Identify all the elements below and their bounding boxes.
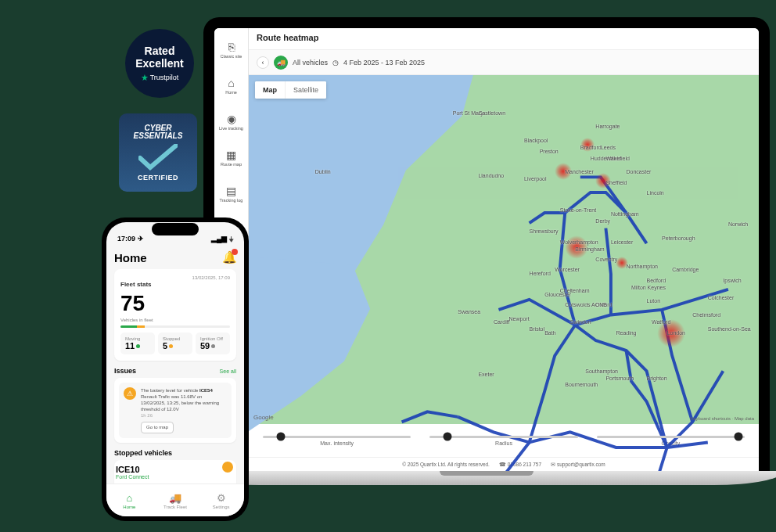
city-label: Leeds <box>601 145 616 150</box>
page-title: Route heatmap <box>249 28 759 50</box>
filter-vehicles[interactable]: All vehicles <box>293 59 328 66</box>
see-all-link[interactable]: See all <box>220 368 236 374</box>
sidebar-item-home[interactable]: ⌂Home <box>216 69 247 103</box>
city-label: Sheffield <box>605 180 627 185</box>
tab-home[interactable]: ⌂Home <box>106 484 153 516</box>
slider-track[interactable] <box>429 436 577 438</box>
fleet-progress <box>120 325 230 328</box>
laptop-bezel: ⎘Classic site⌂Home◉Live tracking▦Route m… <box>203 17 770 471</box>
city-label: Cardiff <box>494 319 510 325</box>
phone-tabbar: ⌂Home🚚Track Fleet⚙Settings <box>106 483 244 516</box>
app-main: Route heatmap ‹ 🚚 All vehicles ◷ 4 Feb 2… <box>249 28 759 471</box>
city-label: Nottingham <box>611 211 639 217</box>
chevron-left-icon[interactable]: ‹ <box>257 56 269 69</box>
issues-header: Issues See all <box>114 367 236 375</box>
filter-bar[interactable]: ‹ 🚚 All vehicles ◷ 4 Feb 2025 - 13 Feb 2… <box>249 50 759 75</box>
map-attribution: Keyboard shortcuts · Map data <box>690 416 754 421</box>
issues-title: Issues <box>114 367 136 375</box>
filter-dates[interactable]: 4 Feb 2025 - 13 Feb 2025 <box>343 59 425 66</box>
city-label: Bedford <box>647 278 666 283</box>
signal-icon: ▂▄▆ ⏚ <box>211 235 233 243</box>
city-label: Norwich <box>728 221 748 227</box>
battery-warning-icon: ⚠ <box>124 387 136 400</box>
city-label: Exeter <box>478 372 494 377</box>
fleet-stat-moving[interactable]: Moving11 <box>120 332 155 354</box>
map-tab-satellite[interactable]: Satellite <box>285 81 326 99</box>
city-label: Leicester <box>611 239 633 245</box>
stopped-vehicle-card[interactable]: ICE10 Ford Connect ⊘ 0.0 mph ⊙ Glenburn … <box>114 460 236 483</box>
map-tab-map[interactable]: Map <box>255 81 285 99</box>
city-label: Southampton <box>585 368 618 374</box>
laptop-base <box>189 471 776 485</box>
sidebar-item-route-map[interactable]: ▦Route map <box>216 141 247 175</box>
cyber-cert: CERTIFIED <box>138 174 178 182</box>
route-lines <box>249 75 759 471</box>
cyber-line2: ESSENTIALS <box>134 132 183 141</box>
clock-icon: ◷ <box>332 59 339 66</box>
slider-track[interactable] <box>263 436 411 438</box>
star-icon: ★ <box>141 73 149 83</box>
city-label: Dublin <box>315 169 331 174</box>
phone-content: Home 🔔 Fleet stats 13/02/2025, 17:09 75 … <box>106 244 244 483</box>
sidebar-item-tracking-log[interactable]: ▤Tracking log <box>216 177 247 211</box>
phone-time: 17:09 ✈ <box>117 235 144 243</box>
tab-settings[interactable]: ⚙Settings <box>198 484 244 516</box>
map-container[interactable]: DublinBlackpoolPrestonBradfordLeedsHudde… <box>249 75 759 424</box>
city-label: Ipswich <box>723 278 741 283</box>
city-label: Milton Keynes <box>631 285 666 290</box>
city-label: Wakefield <box>605 156 629 161</box>
city-label: Castletown <box>478 110 505 116</box>
city-label: Bournemouth <box>565 382 598 387</box>
city-label: Shrewsbury <box>530 228 559 234</box>
laptop-mockup: ⎘Classic site⌂Home◉Live tracking▦Route m… <box>203 17 770 501</box>
google-logo: Google <box>253 414 274 421</box>
city-label: Newport <box>509 316 530 322</box>
trustpilot-brand: ★ Trustpilot <box>141 73 179 83</box>
city-label: Colchester <box>708 295 734 300</box>
fleet-stat-row: Moving11Stopped5Ignition Off59 <box>120 332 230 354</box>
tab-track-fleet[interactable]: 🚚Track Fleet <box>153 484 199 516</box>
city-label: Cambridge <box>672 267 699 272</box>
slider-thumb[interactable] <box>444 433 452 441</box>
sidebar-item-classic-site[interactable]: ⎘Classic site <box>216 33 247 67</box>
city-label: Birmingham <box>575 246 604 252</box>
fleet-sub: Vehicles in fleet <box>120 318 230 322</box>
city-label: Portsmouth <box>605 376 634 381</box>
map-type-control: Map Satellite <box>255 81 326 99</box>
city-label: Swansea <box>458 309 480 315</box>
phone-page-title-row: Home 🔔 <box>114 250 236 264</box>
issue-card[interactable]: ⚠ The battery level for vehicle ICE54 Re… <box>114 378 236 443</box>
fleet-stat-stopped[interactable]: Stopped5 <box>158 332 192 354</box>
bell-icon[interactable]: 🔔 <box>222 250 236 264</box>
phone-screen: 17:09 ✈ ▂▄▆ ⏚ Home 🔔 Fleet stats 13/02/2… <box>106 222 244 516</box>
fleet-stat-ignition-off[interactable]: Ignition Off59 <box>196 332 230 354</box>
city-label: Northampton <box>626 264 657 269</box>
phone-notch <box>152 223 199 235</box>
tab-icon: ⚙ <box>217 492 226 504</box>
city-label: Bradford <box>580 145 602 150</box>
go-to-map-button[interactable]: Go to map <box>141 422 174 433</box>
truck-icon: 🚚 <box>274 56 288 70</box>
slider-thumb[interactable] <box>735 433 743 441</box>
tab-icon: 🚚 <box>169 492 181 504</box>
sidebar-item-live-tracking[interactable]: ◉Live tracking <box>216 105 247 139</box>
city-label: Hereford <box>530 271 551 276</box>
city-label: Cotswolds AONB <box>565 302 607 307</box>
fleet-stats-card[interactable]: Fleet stats 13/02/2025, 17:09 75 Vehicle… <box>114 269 236 361</box>
city-label: Worcester <box>555 267 580 272</box>
city-label: London <box>667 330 685 336</box>
slider-track[interactable] <box>597 436 745 438</box>
status-badge <box>222 462 233 473</box>
city-label: Bristol <box>530 326 544 332</box>
city-label: Southend-on-Sea <box>708 326 751 332</box>
trustpilot-excellent: Excellent <box>135 57 183 70</box>
city-label: Preston <box>540 149 559 154</box>
city-label: Doncaster <box>626 169 651 174</box>
slider-thumb[interactable] <box>276 433 285 441</box>
vehicle-details: ⊘ 0.0 mph ⊙ Glenburn Avenue,MOTHERWELL ■… <box>116 483 185 483</box>
city-label: Swindon <box>570 319 591 325</box>
app-root: ⎘Classic site⌂Home◉Live tracking▦Route m… <box>214 28 759 471</box>
cyber-essentials-badge: CYBER ESSENTIALS CERTIFIED <box>119 113 197 192</box>
issue-text: The battery level for vehicle ICE54 Rena… <box>141 387 227 433</box>
vehicle-name: ICE10 <box>116 465 235 474</box>
